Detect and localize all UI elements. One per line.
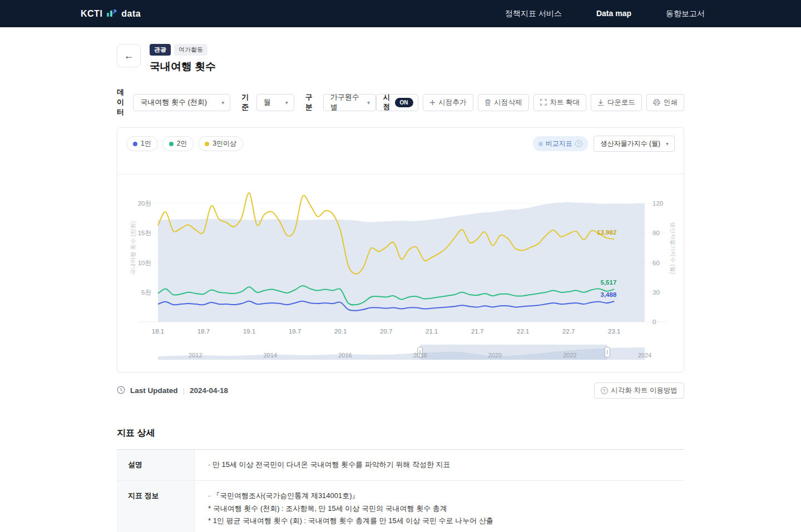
plus-icon <box>429 100 436 106</box>
compare-dot <box>538 142 543 146</box>
print-button[interactable]: 인쇄 <box>646 94 684 111</box>
svg-text:생산자물가지수 (월): 생산자물가지수 (월) <box>670 222 676 274</box>
svg-text:국내여행 횟수 (천회): 국내여행 횟수 (천회) <box>130 221 136 275</box>
main-nav: 정책지표 서비스 Data map 동향보고서 <box>505 9 705 19</box>
chevron-down-icon: ▾ <box>666 141 669 147</box>
data-select[interactable]: 국내여행 횟수 (천회) ▾ <box>133 94 230 111</box>
svg-text:23.1: 23.1 <box>608 328 620 335</box>
legend-dot-blue <box>133 142 137 146</box>
svg-text:19.7: 19.7 <box>289 328 301 335</box>
download-icon <box>597 99 604 106</box>
nav-policy-indicator-service[interactable]: 정책지표 서비스 <box>505 9 562 19</box>
svg-text:2024: 2024 <box>638 352 651 359</box>
svg-text:120: 120 <box>652 200 663 207</box>
detail-section-heading: 지표 상세 <box>117 427 684 439</box>
svg-text:2020: 2020 <box>488 352 502 359</box>
svg-text:30: 30 <box>652 289 660 296</box>
chart-legend: 1인 2인 3인이상 <box>126 136 243 151</box>
legend-item-2person[interactable]: 2인 <box>162 136 194 151</box>
logo-kcti-text: KCTI <box>81 9 102 19</box>
svg-text:21.7: 21.7 <box>471 328 483 335</box>
last-updated-label: Last Updated <box>130 386 178 395</box>
top-nav: KCTI data 정책지표 서비스 Data map 동향보고서 <box>0 0 801 27</box>
trash-icon <box>484 99 491 106</box>
category-tags: 관광 여가활동 <box>150 44 216 56</box>
legend-dot-yellow <box>205 142 209 146</box>
legend-item-1person[interactable]: 1인 <box>126 136 158 151</box>
svg-text:2016: 2016 <box>338 352 352 359</box>
chevron-down-icon: ▾ <box>221 100 224 106</box>
chevron-down-icon: ▾ <box>367 100 370 106</box>
download-button[interactable]: 다운로드 <box>591 94 642 111</box>
back-button[interactable]: ← <box>117 44 141 67</box>
title-row: ← 관광 여가활동 국내여행 횟수 <box>117 44 684 74</box>
table-row: 지표 정보 · 『국민여행조사(국가승인통계 제314001호)』 * 국내여행… <box>117 481 684 532</box>
last-updated-date: 2024-04-18 <box>190 386 228 395</box>
svg-text:20천: 20천 <box>138 200 151 207</box>
controls-row: 데이터 국내여행 횟수 (천회) ▾ 기준 월 ▾ 구분 가구원수별 ▾ <box>117 87 684 117</box>
svg-text:15천: 15천 <box>138 230 151 236</box>
svg-text:18.1: 18.1 <box>152 328 164 335</box>
svg-text:19.1: 19.1 <box>243 328 255 335</box>
nav-data-map[interactable]: Data map <box>596 9 631 19</box>
compare-select-value: 생산자물가지수 (월) <box>601 139 660 148</box>
tag-tourism: 관광 <box>150 44 171 56</box>
chevron-down-icon: ▾ <box>285 100 288 106</box>
time-point-toggle[interactable]: 시점 ON <box>376 94 418 111</box>
svg-text:20.7: 20.7 <box>380 328 392 335</box>
svg-text:90: 90 <box>652 230 660 236</box>
svg-text:2022: 2022 <box>563 352 576 359</box>
table-row: 설명 · 만 15세 이상 전국민이 다녀온 국내여행 횟수를 파악하기 위해 … <box>117 450 684 481</box>
svg-text:10천: 10천 <box>138 260 151 266</box>
legend-item-3person-plus[interactable]: 3인이상 <box>198 136 243 151</box>
compare-indicator-select[interactable]: 생산자물가지수 (월) ▾ <box>594 136 675 152</box>
logo[interactable]: KCTI data <box>81 8 141 19</box>
svg-text:18.7: 18.7 <box>197 328 210 335</box>
basis-select-label: 기준 <box>241 92 251 112</box>
svg-text:2014: 2014 <box>264 352 277 359</box>
data-select-label: 데이터 <box>117 87 128 117</box>
clock-icon <box>117 386 125 396</box>
logo-chart-icon <box>106 8 117 19</box>
chart-card: 1인 2인 3인이상 비교지표 ? 생산자물가지수 (월) <box>117 127 684 372</box>
help-question-icon: ? <box>601 387 608 394</box>
meta-row: Last Updated | 2024-04-18 ? 시각화 차트 이용방법 <box>117 382 684 399</box>
svg-text:3,488: 3,488 <box>601 291 617 298</box>
timeline-brush[interactable]: 2012201420162018202020222024 <box>117 343 685 365</box>
row-label: 지표 정보 <box>117 481 195 532</box>
data-select-value: 국내여행 횟수 (천회) <box>140 97 207 107</box>
svg-text:2018: 2018 <box>413 352 427 359</box>
svg-text:22.1: 22.1 <box>517 328 529 335</box>
tag-leisure: 여가활동 <box>174 44 207 56</box>
svg-text:21.1: 21.1 <box>426 328 438 335</box>
nav-trend-report[interactable]: 동향보고서 <box>666 9 705 19</box>
row-label: 설명 <box>117 450 195 480</box>
indicator-detail-table: 설명 · 만 15세 이상 전국민이 다녀온 국내여행 횟수를 파악하기 위해 … <box>117 449 684 532</box>
svg-text:20.1: 20.1 <box>334 328 347 335</box>
svg-text:5,517: 5,517 <box>601 279 617 286</box>
svg-text:5천: 5천 <box>141 289 151 296</box>
back-arrow-icon: ← <box>124 50 134 62</box>
line-chart[interactable]: 13,9825,5173,48820천15천10천5천120906030018.… <box>117 158 685 343</box>
print-icon <box>653 99 660 106</box>
compare-indicator-chip[interactable]: 비교지표 ? <box>533 136 588 151</box>
basis-select[interactable]: 월 ▾ <box>256 94 294 111</box>
legend-dot-green <box>169 142 174 146</box>
svg-text:2012: 2012 <box>189 352 202 359</box>
chart-howto-button[interactable]: ? 시각화 차트 이용방법 <box>594 382 684 399</box>
group-select[interactable]: 가구원수별 ▾ <box>323 94 376 111</box>
expand-icon <box>540 99 547 106</box>
svg-text:13,982: 13,982 <box>597 229 616 236</box>
row-value: · 만 15세 이상 전국민이 다녀온 국내여행 횟수를 파악하기 위해 작성한… <box>195 450 684 480</box>
delete-time-point-button[interactable]: 시점삭제 <box>478 94 529 111</box>
expand-chart-button[interactable]: 차트 확대 <box>533 94 586 111</box>
group-select-label: 구분 <box>305 92 318 112</box>
svg-text:22.7: 22.7 <box>562 328 575 335</box>
add-time-point-button[interactable]: 시점추가 <box>423 94 473 111</box>
basis-select-value: 월 <box>264 97 271 107</box>
toggle-on-badge: ON <box>395 98 413 107</box>
help-question-icon: ? <box>575 140 582 147</box>
group-select-value: 가구원수별 <box>330 92 362 112</box>
row-value: · 『국민여행조사(국가승인통계 제314001호)』 * 국내여행 횟수 (천… <box>195 481 684 532</box>
page-title: 국내여행 횟수 <box>150 59 216 74</box>
